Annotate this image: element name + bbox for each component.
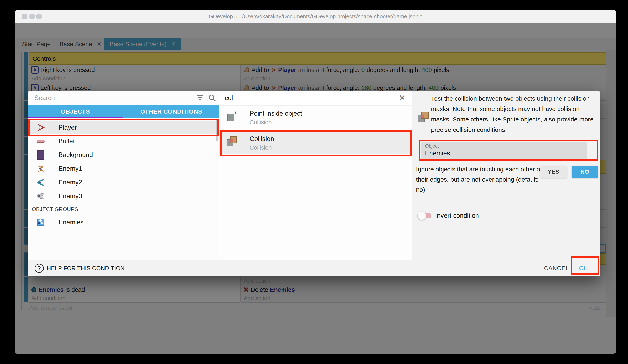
search-field[interactable]: col ✕ <box>219 91 412 105</box>
dialog-footer: ? HELP FOR THIS CONDITION CANCEL OK <box>28 260 600 276</box>
yes-button[interactable]: YES <box>540 166 567 178</box>
search-input[interactable]: Search <box>34 91 55 105</box>
enemy3-ship-icon <box>36 191 45 201</box>
result-subtitle: Collision <box>250 119 272 126</box>
no-button[interactable]: NO <box>572 166 598 178</box>
annotation-box-object-field <box>419 140 598 161</box>
annotation-box-collision <box>220 130 412 156</box>
object-item-enemy3[interactable]: Enemy3 <box>28 189 219 203</box>
help-icon: ? <box>35 264 44 273</box>
object-item-background[interactable]: Background <box>28 148 219 162</box>
tab-other-conditions[interactable]: OTHER CONDITIONS <box>123 105 219 118</box>
invert-condition-toggle[interactable] <box>418 211 432 220</box>
enemy1-ship-icon <box>36 164 45 173</box>
object-item-bullet[interactable]: Bullet <box>28 134 219 148</box>
titlebar: GDevelop 5 - /Users/dkarakay/Documents/G… <box>14 10 616 23</box>
object-item-enemy1[interactable]: Enemy1 <box>28 162 219 176</box>
object-groups-header: OBJECT GROUPS <box>32 203 78 216</box>
point-inside-object-icon: + + <box>227 111 237 121</box>
search-value[interactable]: col <box>225 91 233 105</box>
app-window: GDevelop 5 - /Users/dkarakay/Documents/G… <box>14 10 616 354</box>
invert-condition-label: Invert condition <box>435 212 479 219</box>
group-item-enemies[interactable]: Enemies <box>28 216 219 229</box>
annotation-box-ok <box>571 256 599 275</box>
dialog-detail-panel: Test the collision between two objects u… <box>412 91 600 260</box>
enemies-group-icon <box>36 218 45 227</box>
dialog-tabs: OBJECTS OTHER CONDITIONS <box>28 105 219 118</box>
window-title: GDevelop 5 - /Users/dkarakay/Documents/G… <box>14 10 616 23</box>
condition-description: Test the collision between two objects u… <box>431 93 598 135</box>
filter-icon[interactable] <box>197 95 203 100</box>
bullet-icon <box>36 137 45 146</box>
object-item-enemy2[interactable]: Enemy2 <box>28 176 219 189</box>
help-link[interactable]: HELP FOR THIS CONDITION <box>47 260 125 276</box>
search-glass-icon[interactable] <box>208 94 216 102</box>
result-item-point-inside[interactable]: + + Point inside object Collision <box>219 107 412 128</box>
collision-icon <box>418 112 429 123</box>
enemy2-ship-icon <box>36 178 45 187</box>
tab-objects[interactable]: OBJECTS <box>28 105 123 118</box>
result-title: Point inside object <box>250 110 302 117</box>
dialog-results-panel: col ✕ + + Point inside object Collision <box>219 91 412 260</box>
dialog-left-panel: Search OBJECTS OTHER CONDITIONS Player B… <box>28 91 219 260</box>
active-tab-underline <box>28 117 123 118</box>
annotation-box-player <box>28 119 219 136</box>
background-icon <box>36 150 45 160</box>
ignore-touching-label: Ignore objects that are touching each ot… <box>416 164 544 195</box>
clear-search-icon[interactable]: ✕ <box>399 91 405 105</box>
